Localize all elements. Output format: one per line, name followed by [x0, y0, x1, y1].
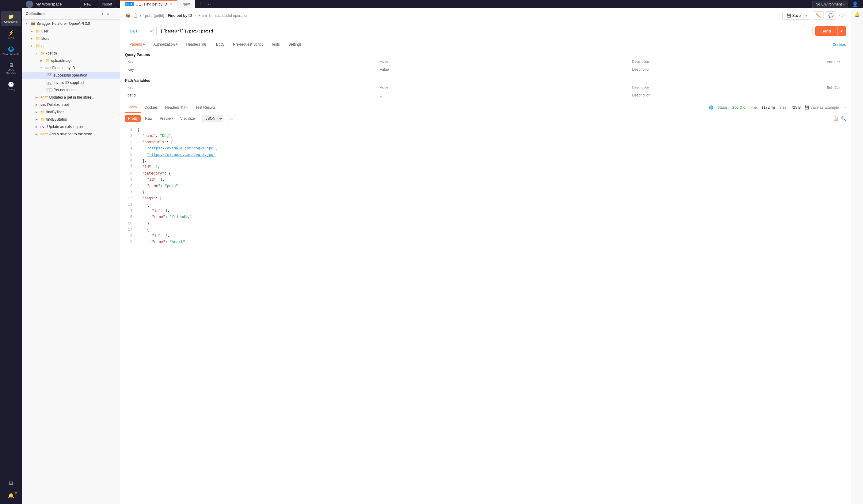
comment-button[interactable]: 💬 — [826, 11, 836, 20]
tree-item-uploadimage[interactable]: ▶ 📁 uploadImage — [22, 57, 120, 64]
qp-value-input[interactable] — [380, 67, 627, 72]
sidebar-item-apis[interactable]: ⚡ APIs — [1, 27, 21, 42]
save-button[interactable]: 💾 Save ▾ — [783, 12, 811, 20]
size-value: 725 B — [791, 105, 800, 109]
qp-bulk-edit[interactable]: Bulk Edit — [827, 60, 840, 64]
qp-desc-input[interactable] — [632, 67, 819, 72]
qp-key-input[interactable] — [127, 67, 375, 72]
tab-pre-request[interactable]: Pre-request Script — [229, 39, 267, 50]
tab-authorization[interactable]: Authorization — [149, 39, 182, 50]
send-button[interactable]: Send — [815, 26, 837, 36]
cookies-link[interactable]: Cookies — [833, 42, 846, 47]
new-button[interactable]: New — [80, 1, 95, 8]
findbytags-label: findByTags — [46, 110, 116, 114]
sidebar-item-environments[interactable]: 🌐 Environments — [1, 43, 21, 59]
uploadimage-label: uploadImage — [51, 59, 116, 63]
add-tab-button[interactable]: + — [195, 0, 205, 8]
save-example-button[interactable]: 💾 Save as Example — [804, 105, 839, 109]
breadcrumb-dot: • — [195, 13, 196, 18]
breadcrumb-part2: {petId} — [153, 13, 164, 18]
tab-headers[interactable]: Headers (9) — [182, 39, 212, 50]
url-input[interactable] — [156, 26, 813, 36]
tree-root-item[interactable]: ▾ 📦 Swagger Petstore - OpenAPI 3.0 — [22, 20, 120, 28]
tree-item-findpetbyid[interactable]: ▾ GET Find pet by ID — [22, 64, 120, 72]
photo-url-1[interactable]: "https://example.com/dog-1.jpg" — [147, 146, 215, 151]
tab-tests[interactable]: Tests — [267, 39, 284, 50]
tree-item-successful-operation[interactable]: EG successful operation — [22, 72, 120, 79]
tab-params[interactable]: Params — [125, 39, 149, 50]
mock-servers-label: Mock Servers — [3, 68, 19, 75]
tab-more-button[interactable]: ··· — [205, 0, 216, 8]
qp-desc-header: Description — [629, 58, 821, 65]
tree-item-findbystatus[interactable]: ▶ 📁 findByStatus — [22, 116, 120, 123]
collections-sort-button[interactable]: ≡ — [107, 11, 110, 17]
import-button[interactable]: Import — [98, 1, 116, 8]
method-select[interactable]: GET POST PUT DELETE PATCH — [125, 26, 154, 36]
tab-close-icon[interactable]: × — [170, 2, 172, 7]
tree-item-store[interactable]: ▶ 📁 store — [22, 35, 120, 42]
addpet-label: Add a new pet to the store — [49, 132, 116, 136]
sidebar-item-history[interactable]: 🕐 History — [1, 78, 21, 94]
tree-item-invalid-id[interactable]: EG Invalid ID supplied — [22, 79, 120, 86]
sidebar-item-add[interactable]: ⊞ — [1, 477, 21, 489]
findbytags-folder-icon: 📁 — [40, 110, 45, 114]
uploadimage-expand-icon: ▶ — [40, 59, 44, 62]
petid-expand-icon: ▾ — [36, 52, 39, 55]
sidebar-item-mock-servers[interactable]: 🖥 Mock Servers — [1, 60, 21, 78]
tab-settings[interactable]: Settings — [284, 39, 306, 50]
account-icon-button[interactable]: 👤 — [851, 0, 859, 8]
collection-icon-btn[interactable]: 📦 — [125, 13, 131, 18]
petid-value-input[interactable] — [380, 93, 627, 98]
tree-item-put-update-pet[interactable]: ▶ PUT Update an existing pet — [22, 123, 120, 130]
tree-item-findbytags[interactable]: ▶ 📁 findByTags — [22, 108, 120, 116]
tab-body[interactable]: Body — [212, 39, 229, 50]
wrap-lines-button[interactable]: ⇄ — [227, 115, 235, 122]
tree-item-add-new-pet[interactable]: ▶ POST Add a new pet to the store — [22, 130, 120, 138]
tree-item-pet-not-found[interactable]: EG Pet not found — [22, 86, 120, 94]
tree-item-update-pet[interactable]: ▶ POST Updates a pet in the store ... — [22, 94, 120, 101]
sidebar-item-collections[interactable]: 📁 Collections — [1, 11, 21, 26]
edit-button[interactable]: ✏️ — [813, 11, 824, 20]
resp-tab-cookies[interactable]: Cookies — [141, 102, 161, 113]
copy-response-button[interactable]: 📋 — [833, 116, 838, 121]
code-button[interactable]: </> — [838, 12, 846, 19]
photo-url-2[interactable]: "https://example.com/dog-2.jpg" — [147, 153, 215, 157]
resp-more-button[interactable]: ··· — [842, 105, 846, 109]
send-dropdown-button[interactable]: ▾ — [837, 26, 846, 36]
sidebar-item-bell[interactable]: 🔔 — [1, 490, 21, 502]
format-raw[interactable]: Raw — [142, 115, 155, 122]
tree-item-delete-pet[interactable]: ▶ DEL Deletes a pet — [22, 101, 120, 108]
format-visualize[interactable]: Visualize — [177, 115, 198, 122]
resp-tab-test-results[interactable]: Test Results — [192, 102, 219, 113]
resp-tab-body[interactable]: Body — [125, 102, 141, 113]
collections-more-button[interactable]: ··· — [112, 11, 116, 17]
search-response-button[interactable]: 🔍 — [841, 116, 846, 121]
invalid-eg-icon: EG — [47, 81, 52, 85]
pet-expand-icon: ▾ — [30, 44, 34, 48]
status-globe-icon: 🌐 — [709, 105, 713, 109]
new-tab[interactable]: New — [177, 0, 195, 8]
format-preview[interactable]: Preview — [157, 115, 176, 122]
update-method-badge: POST — [40, 96, 48, 99]
mock-servers-icon: 🖥 — [9, 63, 13, 68]
delete-expand-icon: ▶ — [36, 103, 39, 106]
params-dot — [143, 43, 145, 45]
collections-add-button[interactable]: + — [101, 11, 104, 17]
tree-item-petid[interactable]: ▾ 📁 {petId} — [22, 50, 120, 57]
qp-empty-row — [125, 65, 846, 74]
json-format-select[interactable]: JSON XML HTML Text — [202, 115, 223, 122]
pv-bulk-edit[interactable]: Bulk Edit — [827, 86, 840, 89]
tree-item-user[interactable]: ▶ 📁 user — [22, 28, 120, 35]
resp-tab-headers[interactable]: Headers (12) — [162, 102, 192, 113]
petid-label: {petId} — [46, 51, 116, 55]
path-variables-title: Path Variables — [125, 76, 846, 84]
right-sidebar-bell[interactable]: 🔔 — [853, 11, 861, 18]
user-expand-icon: ▶ — [30, 30, 34, 33]
petid-desc-input[interactable] — [632, 93, 819, 98]
collections-label: Collections — [4, 20, 17, 23]
active-tab[interactable]: GET GET Find pet by ID × — [120, 0, 177, 8]
tree-item-pet[interactable]: ▾ 📁 pet — [22, 42, 120, 50]
format-pretty[interactable]: Pretty — [125, 115, 141, 122]
environment-selector[interactable]: No Environment ▾ — [812, 1, 848, 8]
example-icon-btn[interactable]: 📋 — [133, 13, 138, 18]
